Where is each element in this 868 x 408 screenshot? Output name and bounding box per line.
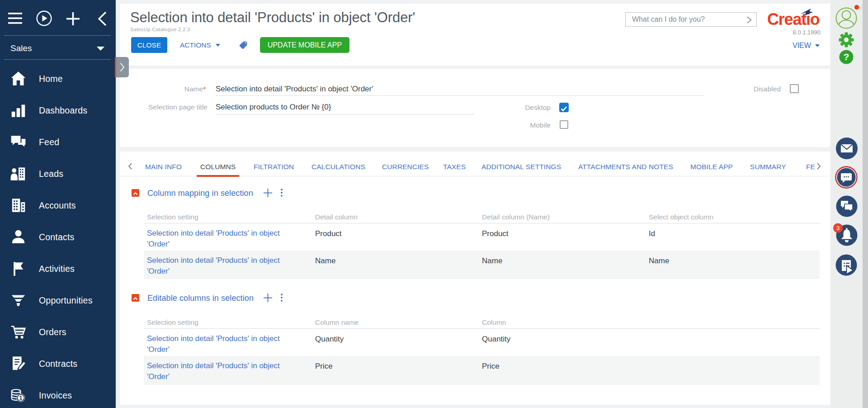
svg-text:3: 3: [836, 225, 840, 232]
svg-text:?: ?: [844, 52, 849, 62]
svg-text:1: 1: [19, 394, 22, 401]
